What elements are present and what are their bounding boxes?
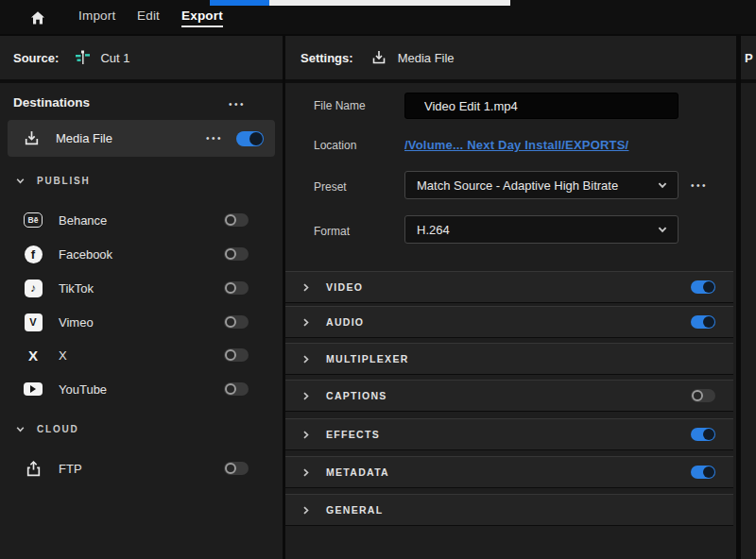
top-bar: Import Edit Export	[0, 0, 756, 34]
location-link[interactable]: /Volume... Next Day Install/EXPORTS/	[404, 138, 628, 152]
captions-toggle[interactable]	[691, 389, 715, 402]
section-label: AUDIO	[326, 316, 364, 328]
publish-section-label: PUBLISH	[37, 176, 91, 186]
cloud-section-header[interactable]: CLOUD	[15, 424, 79, 434]
chevron-right-icon	[301, 354, 311, 364]
publish-section-header[interactable]: PUBLISH	[15, 176, 91, 186]
destination-row-ftp[interactable]: FTP	[8, 451, 275, 485]
tiktok-icon: ♪	[25, 280, 43, 297]
section-label: CAPTIONS	[326, 390, 387, 401]
behance-icon: Bē	[24, 212, 43, 228]
chevron-right-icon	[301, 467, 311, 478]
section-row-multiplexer[interactable]: MULTIPLEXER	[285, 343, 733, 375]
cloud-section-label: CLOUD	[37, 424, 79, 434]
file-name-input[interactable]	[404, 93, 679, 119]
preset-value: Match Source - Adaptive High Bitrate	[417, 178, 657, 193]
section-label: METADATA	[326, 466, 389, 478]
tiktok-toggle[interactable]	[224, 281, 249, 295]
sequence-icon	[74, 49, 91, 66]
media-file-download-icon	[23, 129, 41, 147]
destination-label: Facebook	[59, 247, 112, 262]
tab-import[interactable]: Import	[78, 8, 115, 23]
behance-toggle[interactable]	[224, 213, 249, 227]
chevron-right-icon	[301, 317, 311, 328]
format-value: H.264	[417, 223, 657, 237]
media-file-download-icon	[370, 49, 387, 66]
chevron-down-icon	[657, 224, 668, 235]
destination-label: Vimeo	[59, 315, 94, 330]
vimeo-icon: V	[25, 313, 43, 331]
destination-row-facebook[interactable]: f Facebook	[8, 237, 275, 271]
audio-toggle[interactable]	[691, 315, 715, 329]
destination-label: YouTube	[59, 382, 107, 397]
chevron-right-icon	[301, 391, 311, 401]
timeline-scrollbar-blue-segment[interactable]	[210, 0, 269, 6]
section-row-captions[interactable]: CAPTIONS	[285, 380, 733, 412]
section-label: EFFECTS	[326, 429, 380, 440]
destination-row-vimeo[interactable]: V Vimeo	[8, 305, 275, 339]
location-label: Location	[314, 139, 356, 152]
destination-label: Media File	[56, 131, 112, 145]
destination-label: TikTok	[59, 281, 94, 296]
destinations-title: Destinations	[13, 95, 90, 110]
destination-label: Behance	[59, 213, 107, 228]
chevron-down-icon	[15, 424, 26, 434]
chevron-down-icon	[657, 179, 668, 191]
section-label: GENERAL	[326, 504, 383, 516]
destination-row-x[interactable]: X X	[8, 338, 275, 372]
timeline-scrollbar[interactable]	[210, 0, 510, 6]
ftp-toggle[interactable]	[224, 462, 249, 475]
effects-toggle[interactable]	[691, 428, 715, 441]
metadata-toggle[interactable]	[691, 466, 715, 479]
media-file-more-button[interactable]: •••	[206, 134, 223, 144]
section-label: MULTIPLEXER	[326, 353, 409, 364]
vimeo-toggle[interactable]	[224, 315, 249, 329]
media-file-toggle[interactable]	[236, 131, 264, 146]
preset-dropdown[interactable]: Match Source - Adaptive High Bitrate	[404, 171, 679, 199]
section-row-general[interactable]: GENERAL	[285, 494, 733, 526]
section-row-metadata[interactable]: METADATA	[285, 456, 733, 488]
destinations-menu-button[interactable]: •••	[229, 100, 246, 110]
section-row-effects[interactable]: EFFECTS	[285, 418, 733, 450]
destination-label: X	[59, 348, 67, 363]
timeline-scrollbar-white-segment[interactable]	[269, 0, 510, 6]
preview-panel	[741, 83, 756, 559]
facebook-icon: f	[25, 246, 43, 263]
premiere-export-screen: Import Edit Export Source: Cut 1 Destina…	[0, 0, 756, 559]
source-header: Source: Cut 1	[0, 36, 283, 83]
preset-label: Preset	[314, 180, 347, 194]
destination-row-behance[interactable]: Bē Behance	[8, 203, 275, 237]
preset-more-button[interactable]: •••	[691, 181, 708, 191]
preview-header: P	[741, 36, 756, 83]
home-icon[interactable]	[29, 9, 46, 26]
file-name-label: File Name	[314, 99, 366, 112]
destination-row-media-file[interactable]: Media File •••	[8, 120, 275, 157]
destination-row-youtube[interactable]: YouTube	[8, 372, 275, 406]
section-label: VIDEO	[326, 281, 363, 293]
settings-label: Settings:	[301, 51, 353, 65]
chevron-down-icon	[15, 176, 26, 186]
facebook-toggle[interactable]	[224, 247, 249, 261]
chevron-right-icon	[301, 282, 311, 293]
x-icon: X	[25, 347, 43, 364]
youtube-icon	[24, 382, 43, 396]
settings-header: Settings: Media File	[285, 36, 736, 83]
youtube-toggle[interactable]	[224, 382, 249, 396]
tab-export[interactable]: Export	[181, 8, 223, 27]
tab-edit[interactable]: Edit	[137, 8, 160, 23]
preview-title-partial: P	[745, 51, 753, 65]
chevron-right-icon	[301, 430, 311, 440]
source-label: Source:	[13, 51, 59, 65]
chevron-right-icon	[301, 505, 311, 516]
ftp-upload-icon	[23, 460, 43, 478]
section-row-video[interactable]: VIDEO	[285, 271, 733, 303]
format-dropdown[interactable]: H.264	[404, 215, 679, 244]
destination-row-tiktok[interactable]: ♪ TikTok	[8, 271, 275, 305]
destination-label: FTP	[59, 462, 82, 476]
youtube-play-icon	[30, 385, 36, 393]
video-toggle[interactable]	[691, 280, 715, 294]
settings-target: Media File	[398, 51, 455, 65]
source-sequence-name[interactable]: Cut 1	[100, 51, 129, 65]
x-toggle[interactable]	[224, 348, 249, 362]
section-row-audio[interactable]: AUDIO	[285, 306, 733, 338]
